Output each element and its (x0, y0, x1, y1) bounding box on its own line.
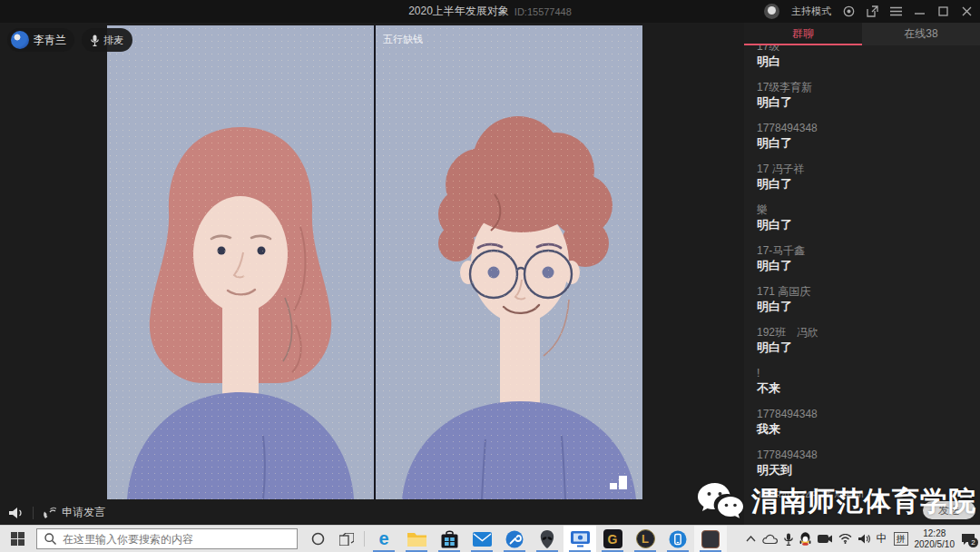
chat-message: 1778494348 明天到 (757, 448, 969, 478)
task-view-button[interactable] (332, 526, 361, 552)
send-button[interactable]: 发送 (923, 501, 975, 519)
record-icon[interactable] (843, 5, 855, 17)
chat-message: 17 冯子祥 明白了 (757, 162, 969, 192)
wrench-tool-icon (505, 530, 524, 548)
tab-online-list[interactable]: 在线38 (862, 23, 980, 45)
title-bar: 2020上半年发展对象 ID:15577448 主持模式 (0, 0, 980, 23)
app-meeting[interactable] (694, 526, 727, 552)
host-avatar (764, 4, 779, 19)
minimize-icon[interactable] (914, 5, 926, 17)
camera-tray-icon[interactable] (818, 534, 832, 544)
cortana-button[interactable] (303, 526, 332, 552)
user-avatar (11, 31, 29, 49)
clock-time: 12:28 (915, 528, 956, 539)
task-view-icon (339, 533, 354, 546)
tray-expand-chevron-icon[interactable] (746, 536, 756, 542)
raise-hand-icon (43, 507, 56, 519)
shared-video-content: 五行缺钱 (107, 25, 642, 499)
onedrive-cloud-icon[interactable] (762, 534, 778, 544)
app-phone-link[interactable] (662, 526, 694, 552)
chat-system-message: 1778494348 进入房间 (757, 488, 969, 498)
stage-bottom-bar: 申请发言 (0, 500, 744, 525)
taskbar-separator (364, 531, 365, 547)
l-app-icon: L (636, 529, 655, 548)
app-settings-tool[interactable] (498, 526, 531, 552)
meeting-app-icon (701, 530, 720, 548)
video-divider (374, 25, 376, 499)
microsoft-store-icon (441, 530, 458, 548)
ime-mode-indicator[interactable]: 拼 (894, 532, 908, 546)
chat-panel: 群聊 在线38 17级 明白 17级李育新 明白了 1778494348 明白了… (744, 23, 980, 525)
signal-strength-icon (610, 475, 628, 493)
microphone-tray-icon[interactable] (784, 533, 793, 546)
chat-message: 17级李育新 明白了 (757, 80, 969, 111)
app-mail[interactable] (466, 526, 498, 552)
app-screen-share[interactable] (564, 526, 596, 552)
apply-speak-button[interactable]: 申请发言 (43, 505, 105, 520)
window-title: 2020上半年发展对象 (408, 4, 509, 19)
chat-message: 17-马千鑫 明白了 (757, 243, 969, 274)
video-source-label: 五行缺钱 (383, 33, 423, 46)
taskbar-search[interactable] (36, 528, 298, 549)
maximize-icon[interactable] (937, 5, 949, 17)
search-icon (44, 533, 56, 545)
clock-date: 2020/5/10 (915, 539, 956, 550)
app-edge[interactable]: e (368, 526, 400, 552)
chat-message: 17级 明白 (757, 45, 969, 70)
taskbar-clock[interactable]: 12:28 2020/5/10 (915, 528, 956, 550)
close-icon[interactable] (961, 5, 973, 17)
apply-speak-label: 申请发言 (62, 505, 105, 520)
illustration-woman (107, 25, 375, 499)
phone-link-icon (669, 530, 687, 548)
windows-logo-icon (11, 532, 24, 546)
chat-message-list[interactable]: 17级 明白 17级李育新 明白了 1778494348 明白了 17 冯子祥 … (744, 45, 980, 498)
file-explorer-icon (407, 531, 426, 547)
user-chip-row: 李青兰 排麦 (7, 28, 132, 52)
titlebar-controls: 主持模式 (764, 0, 973, 23)
video-stage: 李青兰 排麦 (0, 23, 744, 525)
speaker-icon[interactable] (9, 507, 24, 519)
tab-group-chat[interactable]: 群聊 (744, 23, 862, 45)
edge-icon: e (378, 528, 388, 549)
user-name: 李青兰 (34, 33, 66, 48)
wifi-icon[interactable] (838, 534, 852, 544)
windows-taskbar: e G L (0, 525, 980, 552)
illustration-man (375, 25, 642, 499)
chat-message: ! 不来 (757, 366, 969, 397)
notification-badge: 2 (968, 537, 978, 547)
mic-icon (91, 34, 99, 46)
chat-message: 171 高国庆 明白了 (757, 284, 969, 315)
taskbar-apps: e G L (368, 526, 727, 552)
cortana-icon (311, 532, 325, 546)
app-g[interactable]: G (596, 526, 629, 552)
app-l[interactable]: L (629, 526, 662, 552)
ime-language-indicator[interactable]: 中 (877, 531, 887, 547)
system-tray: 中 拼 12:28 2020/5/10 2 (746, 526, 980, 552)
popout-icon[interactable] (867, 5, 878, 17)
chat-message: 1778494348 我来 (757, 407, 969, 438)
host-mode-label: 主持模式 (791, 5, 831, 18)
current-user-chip: 李青兰 (7, 28, 74, 52)
app-alienware[interactable] (531, 526, 564, 552)
app-window: 2020上半年发展对象 ID:15577448 主持模式 (0, 0, 980, 552)
g-app-icon: G (603, 529, 622, 548)
start-button[interactable] (0, 526, 34, 552)
mail-icon (473, 532, 492, 547)
room-id: ID:15577448 (514, 6, 572, 17)
chat-tabs: 群聊 在线38 (744, 23, 980, 45)
chat-message: 192班 冯欣 明白了 (757, 325, 969, 356)
search-input[interactable] (63, 533, 289, 546)
qq-icon[interactable] (799, 532, 811, 546)
action-center-button[interactable]: 2 (961, 533, 975, 546)
chat-message: 1778494348 明白了 (757, 121, 969, 152)
queue-mic-label: 排麦 (103, 34, 123, 47)
chat-message: 樂 明白了 (757, 202, 969, 233)
app-file-explorer[interactable] (400, 526, 433, 552)
menu-icon[interactable] (890, 5, 902, 17)
queue-mic-button[interactable]: 排麦 (82, 28, 132, 52)
app-microsoft-store[interactable] (433, 526, 466, 552)
chat-input-area[interactable]: 发送 (744, 498, 980, 525)
bottom-bar-separator (33, 507, 34, 519)
volume-icon[interactable] (858, 534, 870, 544)
alienware-icon (540, 530, 554, 548)
